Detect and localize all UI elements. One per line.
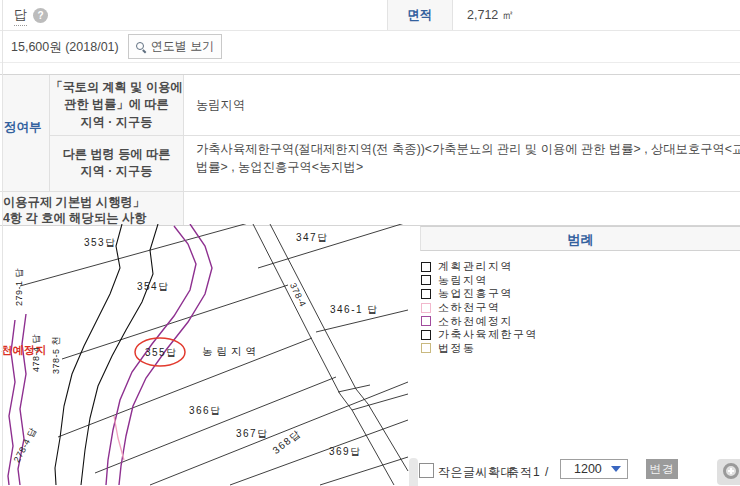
legend-item: 소하천예정지 [421,314,721,328]
small-text-checkbox[interactable] [419,463,434,478]
row3-header-line: 이용규제 기본법 시행령」 [3,194,145,211]
table-divider [0,191,740,192]
cadastral-map-canvas: 353답 347답 354답 346-1 답 355답 366답 367답 36… [0,224,410,486]
legend-title: 범례 [420,226,740,251]
row1-header-cell: 「국토의 계획 및 이용에 관한 법률」에 따른 지역 · 지구등 [50,75,183,135]
legend-item: 법정동 [421,342,721,356]
zoning-table: 정여부 「국토의 계획 및 이용에 관한 법률」에 따른 지역 · 지구등 다른… [0,74,740,226]
parcel-labels: 353답 347답 354답 346-1 답 355답 366답 367답 36… [1,232,379,464]
scale-select[interactable]: 1200 [560,459,628,479]
scale-prefix-label: 축적1 / [507,464,549,481]
parcel-label: 366답 [189,405,222,416]
page-left-border [2,0,3,486]
legend-swatch [421,343,431,353]
legend-label: 법정동 [438,341,476,356]
parcel-label: 354답 [137,281,170,292]
chevron-down-icon [611,466,621,472]
row3-header-cell: 이용규제 기본법 시행령」 4항 각 호에 해당되는 사항 [3,191,183,225]
help-icon[interactable]: ? [33,8,48,23]
legend-item: 계획관리지역 [421,260,721,274]
side-parcel-label: 278-4 답 [12,426,39,464]
parcel-label: 346-1 답 [330,304,379,315]
yearly-view-label: 연도별 보기 [151,38,214,55]
stream-pink-line [114,416,124,460]
price-value: 15,600원 (2018/01) [11,39,119,56]
stream-planned-label: 천예정지 [1,344,47,356]
land-use-panel: 답 ? 면적 2,712 ㎡ 15,600원 (2018/01) 연도별 보기 … [0,0,740,486]
row2-content-line: 법률> , 농업진흥구역<농지법> [196,159,740,176]
legend-items: 계획관리지역 농림지역 농업진흥구역 소하천구역 소하천예정지 가축사육제한구역… [421,260,721,355]
row1-header-line: 「국토의 계획 및 이용에 [50,79,182,96]
area-value: 2,712 ㎡ [467,0,514,30]
parcel-label: 369답 [329,446,362,457]
scale-value: 1200 [561,462,602,476]
legend-swatch [421,262,431,272]
row2-header-cell: 다른 법령 등에 따른 지역 · 지구등 [50,135,183,191]
zoning-left-header-cell: 정여부 [3,75,50,191]
stream-black-lines [55,224,158,485]
top-row: 답 ? 면적 2,712 ㎡ [0,0,740,31]
legend-swatch [421,316,431,326]
parcel-label: 353답 [84,237,117,248]
zoom-in-button[interactable] [717,459,740,485]
legend-swatch [421,330,431,340]
row1-header-line: 관한 법률」에 따른 [64,96,168,113]
cadastral-map[interactable]: 353답 347답 354답 346-1 답 355답 366답 367답 36… [0,224,410,486]
small-text-label: 작은글씨확대 [438,464,513,481]
parcel-label: 347답 [296,232,329,243]
row2-header-line: 지역 · 지구등 [81,163,153,180]
legend-item: 가축사육제한구역 [421,328,721,342]
scrollbar-thumb[interactable] [409,458,418,486]
yearly-view-button[interactable]: 연도별 보기 [128,34,222,59]
area-header-cell: 면적 [387,0,453,30]
parcel-label: 367답 [236,428,269,439]
change-scale-button[interactable]: 변경 [646,459,678,479]
row2-content-line: 가축사육제한구역(절대제한지역(전 축종))<가축분뇨의 관리 및 이용에 관한… [196,141,740,158]
legend-swatch [421,303,431,313]
side-parcel-label: 378-5 천 [51,336,61,374]
legend-swatch [421,275,431,285]
legend-item: 농림지역 [421,274,721,288]
row1-header-line: 지역 · 지구등 [81,114,153,131]
table-divider [50,135,740,136]
legend-item: 소하천구역 [421,301,721,315]
price-row: 15,600원 (2018/01) 연도별 보기 [0,31,740,63]
side-parcel-label: 279-1 답 [14,268,24,306]
table-divider [183,75,184,225]
parcel-label: 368답 [270,427,303,456]
legend-item: 농업진흥구역 [421,287,721,301]
magnifier-plus-icon [723,463,739,479]
legend-swatch [421,289,431,299]
row1-content: 농림지역 [196,97,245,114]
zone-label: 농림지역 [202,345,260,357]
corridor-label: 378-4 [288,281,308,308]
parcel-label: 355답 [145,347,178,358]
row2-header-line: 다른 법령 등에 따른 [63,146,171,163]
zoning-left-header: 정여부 [4,119,42,136]
search-icon [136,42,146,52]
land-category-link[interactable]: 답 [14,6,27,26]
